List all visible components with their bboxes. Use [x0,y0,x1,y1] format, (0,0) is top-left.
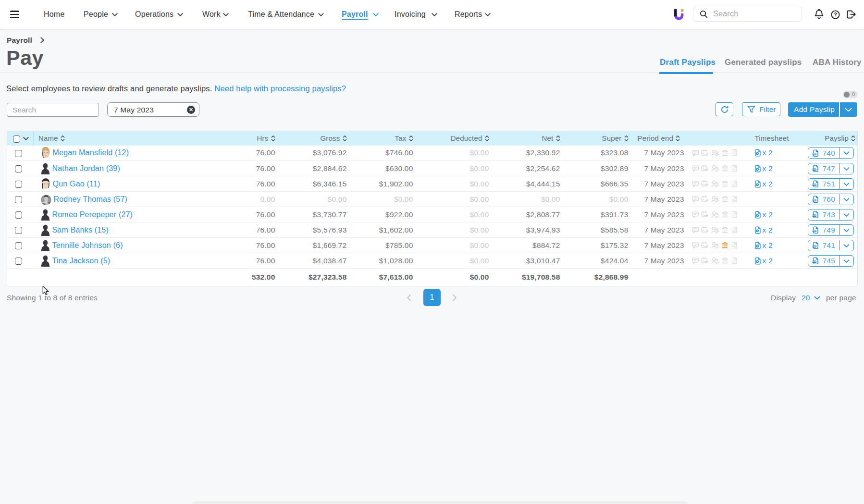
svg-text:PDF: PDF [812,261,816,263]
svg-text:PDF: PDF [812,184,816,186]
svg-text:PDF: PDF [812,246,816,247]
svg-text:PDF: PDF [812,169,816,171]
svg-text:PDF: PDF [812,215,816,217]
svg-text:PDF: PDF [812,199,816,201]
svg-text:PDF: PDF [812,153,816,155]
svg-text:?: ? [834,12,837,17]
svg-text:PDF: PDF [812,230,816,232]
